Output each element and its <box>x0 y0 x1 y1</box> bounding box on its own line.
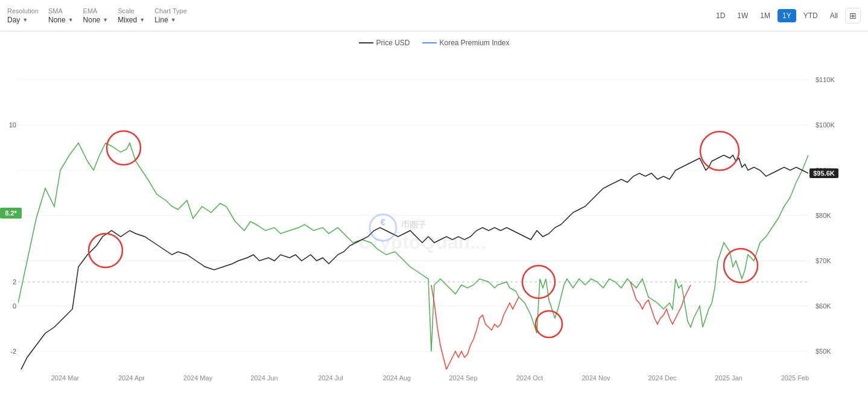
svg-text:2024 Mar: 2024 Mar <box>51 374 80 381</box>
svg-text:€: € <box>381 217 385 227</box>
svg-text:$60K: $60K <box>816 302 831 310</box>
svg-text:$110K: $110K <box>816 76 835 83</box>
svg-point-9 <box>107 131 141 165</box>
toolbar: Resolution Day ▼ SMA None ▼ EMA None ▼ S… <box>0 0 868 31</box>
legend-price-line <box>358 42 373 43</box>
chart-svg: $110K $100K $90K $80K $70K $60K $50K $95… <box>0 49 838 399</box>
scale-select[interactable]: Mixed ▼ <box>118 16 145 24</box>
chart-area: Price USD Korea Premium Index <box>0 31 868 399</box>
time-btn-all[interactable]: All <box>825 9 843 22</box>
scale-label: Scale <box>118 7 145 14</box>
svg-text:2024 Apr: 2024 Apr <box>118 374 145 381</box>
svg-text:CryptoQuan...: CryptoQuan... <box>358 231 486 253</box>
svg-text:2025 Feb: 2025 Feb <box>781 374 809 381</box>
svg-text:2024 Oct: 2024 Oct <box>516 374 543 381</box>
expand-button[interactable]: ⊞ <box>845 8 861 24</box>
legend-price-label: Price USD <box>376 39 410 47</box>
sma-group: SMA None ▼ <box>48 7 74 24</box>
svg-point-14 <box>724 249 758 282</box>
ema-select[interactable]: None ▼ <box>83 16 109 24</box>
chart-legend: Price USD Korea Premium Index <box>358 39 509 47</box>
ema-group: EMA None ▼ <box>83 7 109 24</box>
time-btn-1d[interactable]: 1D <box>711 9 730 22</box>
time-btn-1y[interactable]: 1Y <box>778 9 796 22</box>
resolution-label: Resolution <box>7 7 39 14</box>
svg-rect-0 <box>18 49 808 369</box>
scale-arrow-icon: ▼ <box>139 17 145 23</box>
sma-label: SMA <box>48 7 74 14</box>
sma-arrow-icon: ▼ <box>68 17 74 23</box>
svg-point-12 <box>536 311 562 337</box>
ema-label: EMA <box>83 7 109 14</box>
resolution-select[interactable]: Day ▼ <box>7 16 39 24</box>
svg-text:-2: -2 <box>10 348 16 355</box>
svg-text:2024 Nov: 2024 Nov <box>581 374 610 381</box>
legend-index: Korea Premium Index <box>422 39 509 47</box>
svg-text:8.2*: 8.2* <box>5 209 17 217</box>
svg-text:币圈子: 币圈子 <box>401 220 426 229</box>
svg-text:$50K: $50K <box>816 348 831 355</box>
svg-text:$95.6K: $95.6K <box>813 170 835 177</box>
svg-point-13 <box>700 132 739 170</box>
svg-text:2024 Aug: 2024 Aug <box>383 374 411 381</box>
svg-text:2024 Sep: 2024 Sep <box>449 374 477 381</box>
sma-select[interactable]: None ▼ <box>48 16 74 24</box>
svg-text:2025 Jan: 2025 Jan <box>715 374 742 381</box>
chart-type-arrow-icon: ▼ <box>171 17 176 23</box>
svg-text:$70K: $70K <box>816 257 831 264</box>
time-btn-ytd[interactable]: YTD <box>799 9 823 22</box>
legend-index-label: Korea Premium Index <box>439 39 509 47</box>
time-btn-1w[interactable]: 1W <box>732 9 753 22</box>
legend-price: Price USD <box>358 39 410 47</box>
chart-type-label: Chart Type <box>154 7 187 14</box>
svg-text:$100K: $100K <box>816 121 835 129</box>
resolution-group: Resolution Day ▼ <box>7 7 39 24</box>
scale-group: Scale Mixed ▼ <box>118 7 145 24</box>
svg-text:2024 Jun: 2024 Jun <box>250 374 277 381</box>
svg-text:$80K: $80K <box>816 212 831 219</box>
svg-text:2024 Dec: 2024 Dec <box>648 374 677 381</box>
svg-text:0: 0 <box>13 302 16 310</box>
resolution-arrow-icon: ▼ <box>22 17 28 23</box>
ema-arrow-icon: ▼ <box>103 17 108 23</box>
svg-point-10 <box>89 234 122 267</box>
chart-type-group: Chart Type Line ▼ <box>154 7 187 24</box>
svg-text:10: 10 <box>9 121 16 129</box>
svg-text:2: 2 <box>13 278 16 286</box>
time-btn-1m[interactable]: 1M <box>755 9 775 22</box>
chart-type-select[interactable]: Line ▼ <box>154 16 187 24</box>
legend-index-line <box>422 42 436 43</box>
svg-text:2024 May: 2024 May <box>183 374 213 381</box>
svg-text:2024 Jul: 2024 Jul <box>318 374 343 381</box>
time-buttons-group: 1D 1W 1M 1Y YTD All ⊞ <box>711 8 861 24</box>
